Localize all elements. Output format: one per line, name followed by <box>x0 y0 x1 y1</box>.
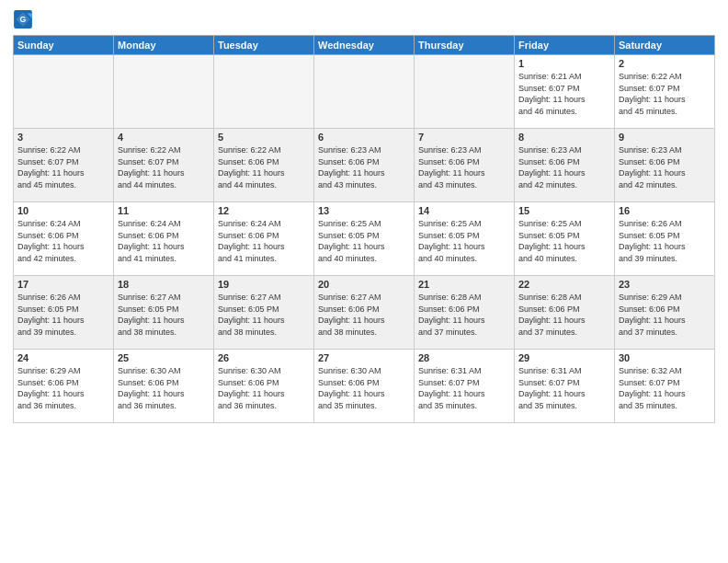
calendar-cell: 10Sunrise: 6:24 AM Sunset: 6:06 PM Dayli… <box>14 202 114 276</box>
calendar-cell: 24Sunrise: 6:29 AM Sunset: 6:06 PM Dayli… <box>14 350 114 423</box>
day-info: Sunrise: 6:32 AM Sunset: 6:07 PM Dayligh… <box>619 365 711 411</box>
day-info: Sunrise: 6:22 AM Sunset: 6:07 PM Dayligh… <box>619 71 711 117</box>
day-number: 28 <box>418 352 510 363</box>
calendar-table: SundayMondayTuesdayWednesdayThursdayFrid… <box>13 35 715 423</box>
svg-text:G: G <box>20 15 27 24</box>
day-number: 7 <box>418 132 510 143</box>
day-number: 30 <box>619 352 711 363</box>
calendar-cell: 5Sunrise: 6:22 AM Sunset: 6:06 PM Daylig… <box>214 129 314 202</box>
day-info: Sunrise: 6:28 AM Sunset: 6:06 PM Dayligh… <box>518 292 610 338</box>
day-number: 26 <box>218 352 310 363</box>
weekday-header-monday: Monday <box>114 36 214 55</box>
day-info: Sunrise: 6:25 AM Sunset: 6:05 PM Dayligh… <box>318 218 410 264</box>
day-number: 17 <box>17 279 109 290</box>
day-number: 1 <box>518 58 610 69</box>
day-number: 27 <box>318 352 410 363</box>
calendar-cell: 14Sunrise: 6:25 AM Sunset: 6:05 PM Dayli… <box>415 202 515 276</box>
calendar-cell: 2Sunrise: 6:22 AM Sunset: 6:07 PM Daylig… <box>615 55 715 129</box>
day-info: Sunrise: 6:24 AM Sunset: 6:06 PM Dayligh… <box>118 218 210 264</box>
calendar-cell: 6Sunrise: 6:23 AM Sunset: 6:06 PM Daylig… <box>314 129 415 202</box>
header-row: SundayMondayTuesdayWednesdayThursdayFrid… <box>14 36 715 55</box>
calendar-week-1: 1Sunrise: 6:21 AM Sunset: 6:07 PM Daylig… <box>14 55 715 129</box>
day-number: 5 <box>218 132 310 143</box>
day-number: 16 <box>619 205 711 216</box>
day-number: 6 <box>318 132 410 143</box>
day-number: 21 <box>418 279 510 290</box>
calendar-cell <box>114 55 214 129</box>
calendar-cell <box>14 55 114 129</box>
day-number: 11 <box>118 205 210 216</box>
weekday-header-saturday: Saturday <box>615 36 715 55</box>
calendar-week-3: 10Sunrise: 6:24 AM Sunset: 6:06 PM Dayli… <box>14 202 715 276</box>
day-info: Sunrise: 6:30 AM Sunset: 6:06 PM Dayligh… <box>318 365 410 411</box>
calendar-cell: 28Sunrise: 6:31 AM Sunset: 6:07 PM Dayli… <box>415 350 515 423</box>
day-number: 24 <box>17 352 109 363</box>
day-info: Sunrise: 6:23 AM Sunset: 6:06 PM Dayligh… <box>418 144 510 190</box>
calendar-cell: 9Sunrise: 6:23 AM Sunset: 6:06 PM Daylig… <box>615 129 715 202</box>
calendar-cell: 18Sunrise: 6:27 AM Sunset: 6:05 PM Dayli… <box>114 276 214 350</box>
day-info: Sunrise: 6:22 AM Sunset: 6:07 PM Dayligh… <box>118 144 210 190</box>
day-number: 22 <box>518 279 610 290</box>
calendar-cell: 29Sunrise: 6:31 AM Sunset: 6:07 PM Dayli… <box>515 350 615 423</box>
day-number: 13 <box>318 205 410 216</box>
calendar-cell: 23Sunrise: 6:29 AM Sunset: 6:06 PM Dayli… <box>615 276 715 350</box>
calendar-cell: 21Sunrise: 6:28 AM Sunset: 6:06 PM Dayli… <box>415 276 515 350</box>
calendar-cell: 27Sunrise: 6:30 AM Sunset: 6:06 PM Dayli… <box>314 350 415 423</box>
day-info: Sunrise: 6:29 AM Sunset: 6:06 PM Dayligh… <box>17 365 109 411</box>
calendar-cell: 15Sunrise: 6:25 AM Sunset: 6:05 PM Dayli… <box>515 202 615 276</box>
calendar-cell: 17Sunrise: 6:26 AM Sunset: 6:05 PM Dayli… <box>14 276 114 350</box>
day-info: Sunrise: 6:21 AM Sunset: 6:07 PM Dayligh… <box>518 71 610 117</box>
day-info: Sunrise: 6:27 AM Sunset: 6:05 PM Dayligh… <box>218 292 310 338</box>
calendar-cell: 13Sunrise: 6:25 AM Sunset: 6:05 PM Dayli… <box>314 202 415 276</box>
day-info: Sunrise: 6:26 AM Sunset: 6:05 PM Dayligh… <box>619 218 711 264</box>
weekday-header-wednesday: Wednesday <box>314 36 415 55</box>
day-info: Sunrise: 6:23 AM Sunset: 6:06 PM Dayligh… <box>518 144 610 190</box>
weekday-header-friday: Friday <box>515 36 615 55</box>
calendar-week-4: 17Sunrise: 6:26 AM Sunset: 6:05 PM Dayli… <box>14 276 715 350</box>
calendar-week-2: 3Sunrise: 6:22 AM Sunset: 6:07 PM Daylig… <box>14 129 715 202</box>
day-number: 9 <box>619 132 711 143</box>
weekday-header-tuesday: Tuesday <box>214 36 314 55</box>
day-number: 14 <box>418 205 510 216</box>
calendar-cell: 1Sunrise: 6:21 AM Sunset: 6:07 PM Daylig… <box>515 55 615 129</box>
calendar-cell: 20Sunrise: 6:27 AM Sunset: 6:06 PM Dayli… <box>314 276 415 350</box>
day-number: 8 <box>518 132 610 143</box>
day-info: Sunrise: 6:25 AM Sunset: 6:05 PM Dayligh… <box>418 218 510 264</box>
day-number: 23 <box>619 279 711 290</box>
calendar-cell: 30Sunrise: 6:32 AM Sunset: 6:07 PM Dayli… <box>615 350 715 423</box>
calendar-cell: 3Sunrise: 6:22 AM Sunset: 6:07 PM Daylig… <box>14 129 114 202</box>
day-info: Sunrise: 6:24 AM Sunset: 6:06 PM Dayligh… <box>218 218 310 264</box>
day-number: 19 <box>218 279 310 290</box>
day-info: Sunrise: 6:31 AM Sunset: 6:07 PM Dayligh… <box>518 365 610 411</box>
calendar-cell: 26Sunrise: 6:30 AM Sunset: 6:06 PM Dayli… <box>214 350 314 423</box>
day-info: Sunrise: 6:22 AM Sunset: 6:06 PM Dayligh… <box>218 144 310 190</box>
day-number: 18 <box>118 279 210 290</box>
calendar-cell: 19Sunrise: 6:27 AM Sunset: 6:05 PM Dayli… <box>214 276 314 350</box>
day-info: Sunrise: 6:23 AM Sunset: 6:06 PM Dayligh… <box>318 144 410 190</box>
calendar-cell: 8Sunrise: 6:23 AM Sunset: 6:06 PM Daylig… <box>515 129 615 202</box>
weekday-header-thursday: Thursday <box>415 36 515 55</box>
day-info: Sunrise: 6:28 AM Sunset: 6:06 PM Dayligh… <box>418 292 510 338</box>
day-number: 10 <box>17 205 109 216</box>
day-info: Sunrise: 6:27 AM Sunset: 6:05 PM Dayligh… <box>118 292 210 338</box>
day-number: 2 <box>619 58 711 69</box>
header: G <box>13 9 715 29</box>
day-number: 3 <box>17 132 109 143</box>
calendar-cell: 12Sunrise: 6:24 AM Sunset: 6:06 PM Dayli… <box>214 202 314 276</box>
day-number: 20 <box>318 279 410 290</box>
calendar-cell: 25Sunrise: 6:30 AM Sunset: 6:06 PM Dayli… <box>114 350 214 423</box>
day-number: 25 <box>118 352 210 363</box>
calendar-week-5: 24Sunrise: 6:29 AM Sunset: 6:06 PM Dayli… <box>14 350 715 423</box>
calendar-cell: 16Sunrise: 6:26 AM Sunset: 6:05 PM Dayli… <box>615 202 715 276</box>
day-info: Sunrise: 6:30 AM Sunset: 6:06 PM Dayligh… <box>218 365 310 411</box>
day-number: 12 <box>218 205 310 216</box>
day-info: Sunrise: 6:31 AM Sunset: 6:07 PM Dayligh… <box>418 365 510 411</box>
calendar-cell <box>314 55 415 129</box>
day-number: 29 <box>518 352 610 363</box>
logo-icon: G <box>13 9 33 29</box>
calendar-cell <box>415 55 515 129</box>
day-info: Sunrise: 6:26 AM Sunset: 6:05 PM Dayligh… <box>17 292 109 338</box>
day-info: Sunrise: 6:24 AM Sunset: 6:06 PM Dayligh… <box>17 218 109 264</box>
page: G SundayMondayTuesdayWednesdayThursdayFr… <box>0 0 728 432</box>
day-info: Sunrise: 6:27 AM Sunset: 6:06 PM Dayligh… <box>318 292 410 338</box>
